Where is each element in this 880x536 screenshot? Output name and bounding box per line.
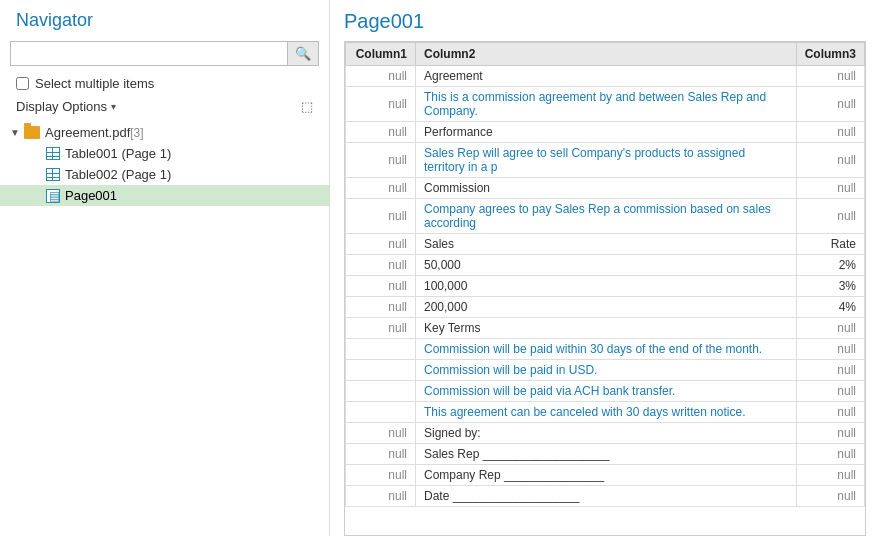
cell-col3-4: null (796, 178, 864, 199)
search-input[interactable] (11, 42, 287, 65)
cell-col2-2: Performance (416, 122, 797, 143)
cell-col1-13 (346, 381, 416, 402)
cell-col3-14: null (796, 402, 864, 423)
cell-col1-4: null (346, 178, 416, 199)
table-row: nullDate ___________________null (346, 486, 865, 507)
cell-col2-10: Key Terms (416, 318, 797, 339)
tree-root-badge: [3] (130, 126, 143, 140)
table-row: nullThis is a commission agreement by an… (346, 87, 865, 122)
cell-col3-3: null (796, 143, 864, 178)
cell-col3-1: null (796, 87, 864, 122)
table-row: This agreement can be canceled with 30 d… (346, 402, 865, 423)
table-container[interactable]: Column1 Column2 Column3 nullAgreementnul… (344, 41, 866, 536)
cell-col1-17: null (346, 465, 416, 486)
table-icon-table001 (46, 147, 60, 160)
left-panel: Navigator 🔍 Select multiple items Displa… (0, 0, 330, 536)
cell-col1-9: null (346, 297, 416, 318)
select-multiple-checkbox[interactable] (16, 77, 29, 90)
cell-col2-15: Signed by: (416, 423, 797, 444)
tree-label-page001: Page001 (65, 188, 117, 203)
col1-header: Column1 (346, 43, 416, 66)
cell-col1-5: null (346, 199, 416, 234)
cell-col3-18: null (796, 486, 864, 507)
cell-col3-13: null (796, 381, 864, 402)
cell-col3-10: null (796, 318, 864, 339)
cell-col1-0: null (346, 66, 416, 87)
table-row: nullKey Termsnull (346, 318, 865, 339)
tree: ▼ Agreement.pdf [3] Table001 (Page 1) Ta… (0, 122, 329, 536)
cell-col1-2: null (346, 122, 416, 143)
cell-col1-12 (346, 360, 416, 381)
table-row: null50,0002% (346, 255, 865, 276)
page-heading: Page001 (344, 10, 866, 33)
display-options-row: Display Options ▾ ⬚ (0, 97, 329, 116)
table-row: nullCommissionnull (346, 178, 865, 199)
tree-root-label: Agreement.pdf (45, 125, 130, 140)
tree-label-table002: Table002 (Page 1) (65, 167, 171, 182)
table-row: Commission will be paid within 30 days o… (346, 339, 865, 360)
cell-col3-12: null (796, 360, 864, 381)
table-row: nullCompany agrees to pay Sales Rep a co… (346, 199, 865, 234)
cell-col2-14: This agreement can be canceled with 30 d… (416, 402, 797, 423)
table-icon-table002 (46, 168, 60, 181)
cell-col3-7: 2% (796, 255, 864, 276)
search-button[interactable]: 🔍 (287, 42, 318, 65)
cell-col1-3: null (346, 143, 416, 178)
display-options-label[interactable]: Display Options (16, 99, 107, 114)
cell-col2-17: Company Rep _______________ (416, 465, 797, 486)
cell-col2-6: Sales (416, 234, 797, 255)
table-row: Commission will be paid via ACH bank tra… (346, 381, 865, 402)
select-multiple-row: Select multiple items (0, 74, 329, 93)
cell-col2-1: This is a commission agreement by and be… (416, 87, 797, 122)
cell-col1-7: null (346, 255, 416, 276)
cell-col1-14 (346, 402, 416, 423)
tree-item-page001[interactable]: Page001 (0, 185, 329, 206)
cell-col3-9: 4% (796, 297, 864, 318)
cell-col3-5: null (796, 199, 864, 234)
cell-col1-10: null (346, 318, 416, 339)
cell-col1-18: null (346, 486, 416, 507)
display-options-extra-icon[interactable]: ⬚ (301, 99, 313, 114)
tree-root-item[interactable]: ▼ Agreement.pdf [3] (0, 122, 329, 143)
table-row: nullCompany Rep _______________null (346, 465, 865, 486)
cell-col3-11: null (796, 339, 864, 360)
cell-col2-16: Sales Rep ___________________ (416, 444, 797, 465)
cell-col2-11: Commission will be paid within 30 days o… (416, 339, 797, 360)
cell-col3-15: null (796, 423, 864, 444)
cell-col1-15: null (346, 423, 416, 444)
search-bar: 🔍 (10, 41, 319, 66)
data-table: Column1 Column2 Column3 nullAgreementnul… (345, 42, 865, 507)
col3-header: Column3 (796, 43, 864, 66)
folder-icon (24, 126, 40, 139)
cell-col2-7: 50,000 (416, 255, 797, 276)
cell-col1-11 (346, 339, 416, 360)
cell-col2-12: Commission will be paid in USD. (416, 360, 797, 381)
display-options-arrow-icon[interactable]: ▾ (111, 101, 116, 112)
table-row: null100,0003% (346, 276, 865, 297)
cell-col2-8: 100,000 (416, 276, 797, 297)
cell-col2-13: Commission will be paid via ACH bank tra… (416, 381, 797, 402)
cell-col2-0: Agreement (416, 66, 797, 87)
tree-item-table001[interactable]: Table001 (Page 1) (0, 143, 329, 164)
cell-col1-1: null (346, 87, 416, 122)
cell-col1-16: null (346, 444, 416, 465)
cell-col3-2: null (796, 122, 864, 143)
cell-col2-5: Company agrees to pay Sales Rep a commis… (416, 199, 797, 234)
col2-header: Column2 (416, 43, 797, 66)
table-row: nullSalesRate (346, 234, 865, 255)
right-panel: Page001 Column1 Column2 Column3 nullAgre… (330, 0, 880, 536)
tree-item-table002[interactable]: Table002 (Page 1) (0, 164, 329, 185)
select-multiple-label[interactable]: Select multiple items (35, 76, 154, 91)
table-row: nullSigned by:null (346, 423, 865, 444)
page-icon-page001 (46, 189, 60, 203)
table-row: Commission will be paid in USD.null (346, 360, 865, 381)
table-row: nullAgreementnull (346, 66, 865, 87)
table-header-row: Column1 Column2 Column3 (346, 43, 865, 66)
tree-label-table001: Table001 (Page 1) (65, 146, 171, 161)
panel-title: Navigator (0, 10, 329, 41)
cell-col3-6: Rate (796, 234, 864, 255)
cell-col3-0: null (796, 66, 864, 87)
cell-col3-17: null (796, 465, 864, 486)
cell-col2-9: 200,000 (416, 297, 797, 318)
cell-col3-16: null (796, 444, 864, 465)
